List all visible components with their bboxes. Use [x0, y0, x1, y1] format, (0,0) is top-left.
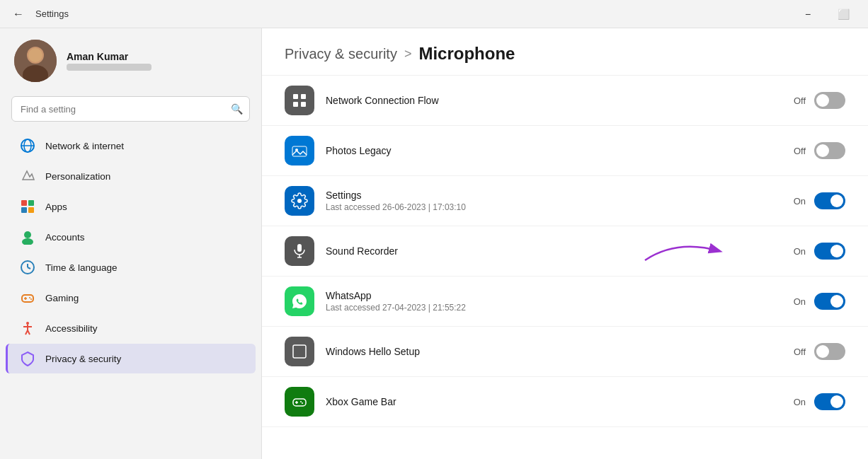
sidebar-item-gaming[interactable]: Gaming	[6, 283, 256, 313]
svg-rect-8	[28, 200, 34, 206]
svg-rect-9	[21, 207, 27, 213]
toggle-area: On	[786, 393, 845, 410]
svg-point-41	[302, 402, 303, 404]
accessibility-icon	[20, 320, 35, 336]
toggle-area: Off	[786, 92, 845, 109]
app-name: Windows Hello Setup	[326, 346, 775, 357]
svg-point-21	[26, 322, 29, 325]
svg-rect-29	[301, 102, 306, 107]
toggle-status: On	[786, 397, 806, 407]
svg-rect-16	[22, 295, 33, 302]
app-icon-xbox-game-bar	[285, 387, 314, 417]
sidebar-item-accessibility[interactable]: Accessibility	[6, 313, 256, 343]
title-bar-controls: − ⬜	[792, 3, 860, 25]
nav-list: Network & internet Personalization	[0, 130, 261, 374]
toggle-xbox-game-bar[interactable]	[814, 393, 845, 410]
svg-rect-27	[301, 94, 306, 99]
back-button[interactable]: ←	[8, 4, 28, 24]
svg-rect-32	[297, 244, 302, 252]
toggle-settings[interactable]	[814, 192, 845, 209]
sidebar-item-label-privacy: Privacy & security	[45, 354, 121, 364]
title-bar-left: ← Settings	[8, 4, 69, 24]
sidebar-item-apps[interactable]: Apps	[6, 192, 256, 221]
svg-rect-37	[293, 399, 306, 406]
toggle-windows-hello[interactable]	[814, 343, 845, 360]
user-name: Aman Kumar	[67, 51, 152, 62]
sidebar: Aman Kumar 🔍 Network & internet Personal…	[0, 28, 262, 459]
table-row: WhatsApp Last accessed 27-04-2023 | 21:5…	[262, 277, 868, 327]
toggle-sound-recorder[interactable]	[814, 243, 845, 260]
app-detail: Last accessed 26-06-2023 | 17:03:10	[326, 202, 775, 212]
svg-point-20	[30, 298, 32, 300]
search-box: 🔍	[11, 96, 250, 122]
toggle-area: On	[786, 192, 845, 209]
title-bar: ← Settings − ⬜	[0, 0, 868, 28]
table-row: Network Connection Flow Off	[262, 76, 868, 126]
minimize-button[interactable]: −	[792, 3, 824, 25]
table-row: Photos Legacy Off	[262, 126, 868, 176]
toggle-status: On	[786, 196, 806, 207]
apps-icon	[20, 199, 35, 214]
svg-point-40	[300, 401, 302, 402]
window-title: Settings	[35, 8, 69, 19]
toggle-area: Off	[786, 142, 845, 159]
sidebar-item-label-accounts: Accounts	[45, 232, 85, 243]
app-list: Network Connection Flow Off Photos Legac…	[262, 76, 868, 459]
sidebar-item-label-personalization: Personalization	[45, 171, 110, 182]
toggle-whatsapp[interactable]	[814, 293, 845, 310]
app-name: Sound Recorder	[326, 245, 775, 257]
user-info: Aman Kumar	[67, 51, 152, 71]
app-icon-sound-recorder	[285, 236, 314, 266]
breadcrumb-current: Microphone	[418, 44, 515, 64]
sidebar-item-accounts[interactable]: Accounts	[6, 222, 256, 252]
toggle-area: On	[786, 243, 845, 260]
svg-rect-28	[293, 102, 298, 107]
search-icon: 🔍	[231, 103, 243, 115]
toggle-status: Off	[786, 347, 806, 357]
app-info-windows-hello: Windows Hello Setup	[326, 346, 775, 357]
sidebar-item-label-time: Time & language	[45, 262, 118, 273]
app-info-xbox-game-bar: Xbox Game Bar	[326, 396, 775, 407]
sidebar-item-label-apps: Apps	[45, 202, 67, 212]
toggle-photos-legacy[interactable]	[814, 142, 845, 159]
table-row: Xbox Game Bar On	[262, 377, 868, 427]
app-info-photos-legacy: Photos Legacy	[326, 145, 775, 156]
sidebar-item-personalization[interactable]: Personalization	[6, 161, 256, 191]
sidebar-item-privacy[interactable]: Privacy & security	[6, 344, 256, 373]
maximize-button[interactable]: ⬜	[827, 3, 860, 25]
app-name: Xbox Game Bar	[326, 396, 775, 407]
sidebar-item-time[interactable]: Time & language	[6, 252, 256, 282]
table-row: Settings Last accessed 26-06-2023 | 17:0…	[262, 176, 868, 226]
personalization-icon	[20, 168, 35, 184]
privacy-icon	[20, 351, 35, 366]
svg-point-11	[24, 231, 31, 238]
toggle-network-connection-flow[interactable]	[814, 92, 845, 109]
table-row: Windows Hello Setup Off	[262, 327, 868, 377]
sidebar-item-network[interactable]: Network & internet	[6, 131, 256, 161]
app-name: Settings	[326, 190, 775, 201]
network-icon	[20, 138, 35, 153]
app-name: WhatsApp	[326, 290, 775, 301]
toggle-area: On	[786, 293, 845, 310]
svg-point-19	[29, 297, 30, 298]
app-info-sound-recorder: Sound Recorder	[326, 245, 775, 257]
svg-point-12	[22, 238, 33, 245]
toggle-status: Off	[786, 95, 806, 106]
app-icon-whatsapp	[285, 286, 314, 316]
search-input[interactable]	[11, 96, 250, 122]
user-profile: Aman Kumar	[0, 28, 261, 93]
app-name: Network Connection Flow	[326, 95, 775, 106]
gaming-icon	[20, 290, 35, 306]
app-name: Photos Legacy	[326, 145, 775, 156]
breadcrumb-separator: >	[404, 47, 412, 62]
svg-rect-26	[293, 94, 298, 99]
app-icon-network-connection-flow	[285, 86, 314, 115]
sidebar-item-label-accessibility: Accessibility	[45, 323, 98, 334]
app-icon-photos-legacy	[285, 136, 314, 165]
app-icon-windows-hello	[285, 337, 314, 366]
svg-line-15	[28, 267, 30, 269]
main-layout: Aman Kumar 🔍 Network & internet Personal…	[0, 28, 868, 459]
sidebar-item-label-gaming: Gaming	[45, 293, 79, 303]
app-detail: Last accessed 27-04-2023 | 21:55:22	[326, 303, 775, 313]
svg-rect-10	[28, 207, 34, 213]
